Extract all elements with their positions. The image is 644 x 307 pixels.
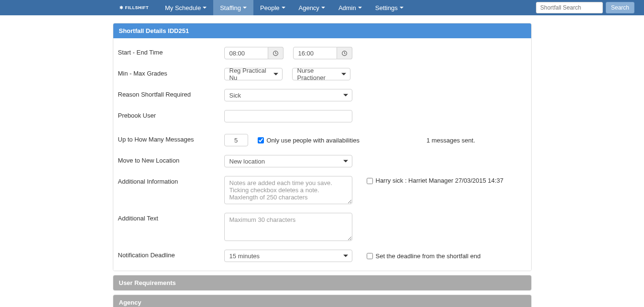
label-start-end: Start - End Time	[118, 47, 224, 56]
shortfall-search-input[interactable]	[536, 2, 603, 13]
chevron-down-icon	[243, 7, 247, 9]
label-messages: Up to How Many Messages	[118, 134, 224, 143]
select-value: New location	[229, 158, 265, 165]
nav-agency[interactable]: Agency	[292, 0, 332, 15]
start-time-group	[224, 47, 284, 59]
panel-body: Start - End Time	[113, 38, 531, 271]
checkbox-label: Set the deadline from the shortfall end	[376, 252, 481, 260]
nav-people[interactable]: People	[253, 0, 292, 15]
nav-my-schedule[interactable]: My Schedule	[158, 0, 213, 15]
nav-admin[interactable]: Admin	[332, 0, 369, 15]
row-start-end: Start - End Time	[118, 47, 526, 59]
row-grades: Min - Max Grades Reg Practical Nu Nurse …	[118, 68, 526, 80]
chevron-down-icon	[400, 7, 404, 9]
row-messages: Up to How Many Messages Only use people …	[118, 134, 526, 146]
additional-text-textarea[interactable]	[224, 213, 352, 241]
nav-label: Agency	[299, 4, 319, 11]
label-move: Move to New Location	[118, 155, 224, 164]
chevron-down-icon	[358, 7, 362, 9]
label-prebook: Prebook User	[118, 110, 224, 119]
nav-label: Settings	[375, 4, 398, 11]
row-reason: Reason Shortfall Required Sick	[118, 89, 526, 101]
chevron-down-icon	[321, 7, 325, 9]
additional-info-textarea[interactable]	[224, 176, 352, 204]
deadline-select[interactable]: 15 minutes	[224, 250, 352, 262]
nav-label: People	[260, 4, 279, 11]
messages-count-input[interactable]	[224, 134, 248, 146]
main-container: Shortfall Details IDD251 Start - End Tim…	[113, 23, 532, 307]
start-time-clock-button[interactable]	[268, 47, 284, 59]
nav-label: Admin	[338, 4, 356, 11]
brand-logo[interactable]: ✱ FILLSHIFT	[120, 5, 149, 10]
note-delete-checkbox[interactable]	[367, 178, 373, 184]
clock-icon	[273, 50, 279, 56]
end-time-clock-button[interactable]	[337, 47, 352, 59]
move-location-select[interactable]: New location	[224, 155, 352, 167]
chevron-down-icon	[282, 7, 285, 9]
nav-label: My Schedule	[165, 4, 201, 11]
label-additional-text: Additional Text	[118, 213, 224, 222]
label-grades: Min - Max Grades	[118, 68, 224, 77]
note-item: Harry sick : Harriet Manager 27/03/2015 …	[367, 176, 503, 184]
navbar: ✱ FILLSHIFT My Schedule Staffing People …	[0, 0, 644, 15]
min-grade-select[interactable]: Reg Practical Nu	[224, 68, 283, 80]
reason-select[interactable]: Sick	[224, 89, 352, 101]
chevron-down-icon	[343, 160, 348, 163]
search-button[interactable]: Search	[606, 2, 634, 13]
only-availabilities-checkbox[interactable]	[258, 137, 264, 143]
select-value: Reg Practical Nu	[229, 67, 269, 81]
chevron-down-icon	[343, 94, 348, 97]
nav-staffing[interactable]: Staffing	[213, 0, 253, 15]
label-deadline: Notification Deadline	[118, 250, 224, 259]
user-requirements-panel[interactable]: User Requirements	[113, 275, 532, 291]
chevron-down-icon	[341, 73, 346, 76]
row-prebook: Prebook User	[118, 110, 526, 122]
row-move: Move to New Location New location	[118, 155, 526, 167]
select-value: Nurse Practioner	[297, 67, 337, 81]
label-reason: Reason Shortfall Required	[118, 89, 224, 98]
nav-label: Staffing	[220, 4, 241, 11]
panel-title: Shortfall Details IDD251	[113, 23, 531, 38]
checkbox-label: Only use people with availabilities	[267, 137, 360, 144]
agency-heading[interactable]: Agency	[113, 295, 531, 307]
row-additional-info: Additional Information Harry sick : Harr…	[118, 176, 526, 204]
deadline-from-end-wrap[interactable]: Set the deadline from the shortfall end	[367, 252, 481, 260]
end-time-input[interactable]	[293, 47, 337, 59]
start-time-input[interactable]	[224, 47, 268, 59]
max-grade-select[interactable]: Nurse Practioner	[292, 68, 350, 80]
clock-icon	[341, 50, 348, 56]
chevron-down-icon	[203, 7, 207, 9]
user-requirements-heading[interactable]: User Requirements	[113, 275, 531, 290]
chevron-down-icon	[273, 73, 278, 76]
row-deadline: Notification Deadline 15 minutes Set the…	[118, 250, 526, 262]
agency-panel[interactable]: Agency	[113, 295, 532, 307]
nav-settings[interactable]: Settings	[369, 0, 410, 15]
messages-sent-text: 1 messages sent.	[426, 137, 475, 144]
end-time-group	[293, 47, 352, 59]
shortfall-panel: Shortfall Details IDD251 Start - End Tim…	[113, 23, 532, 271]
nav-search-group: Search	[536, 2, 634, 13]
deadline-from-end-checkbox[interactable]	[367, 253, 373, 259]
row-additional-text: Additional Text	[118, 213, 526, 241]
select-value: Sick	[229, 92, 241, 99]
chevron-down-icon	[343, 255, 348, 257]
select-value: 15 minutes	[229, 252, 260, 260]
label-additional-info: Additional Information	[118, 176, 224, 185]
prebook-input[interactable]	[224, 110, 352, 122]
only-availabilities-checkbox-wrap[interactable]: Only use people with availabilities	[258, 137, 360, 144]
note-text: Harry sick : Harriet Manager 27/03/2015 …	[376, 177, 503, 184]
